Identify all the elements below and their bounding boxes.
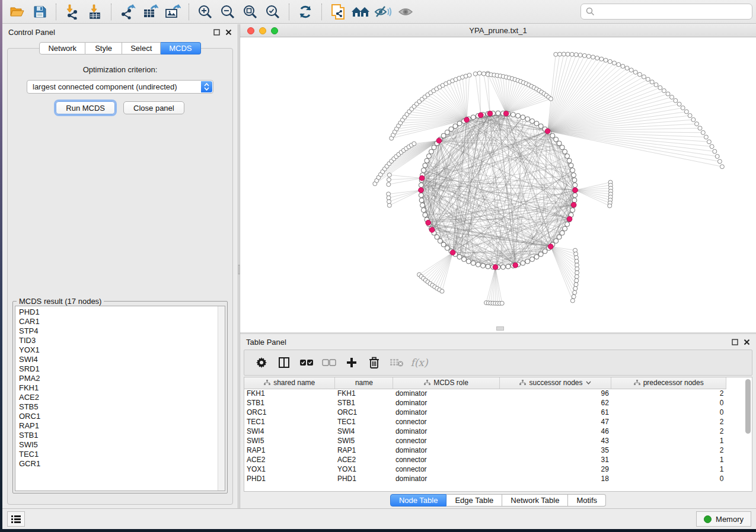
table-row-SWI4[interactable]: SWI4SWI4dominator462 [244, 427, 726, 436]
zoom-fit-button[interactable] [239, 2, 261, 22]
mcds-node[interactable] [436, 138, 442, 143]
search-input[interactable] [598, 7, 747, 16]
cell-name[interactable]: RAP1 [335, 446, 393, 455]
mcds-result-item[interactable]: STB1 [19, 431, 225, 440]
mcds-result-list[interactable]: PHD1CAR1STP4TID3YOX1SWI4SRD1PMA2FKH1ACE2… [15, 306, 225, 491]
cell-mcds_role[interactable]: dominator [393, 408, 499, 417]
cell-successor_nodes[interactable]: 29 [499, 464, 611, 474]
table-row-STB1[interactable]: STB1STB1dominator620 [244, 398, 726, 408]
cell-predecessor_nodes[interactable]: 2 [611, 389, 726, 398]
cell-name[interactable]: ORC1 [335, 408, 393, 417]
mcds-result-item[interactable]: TEC1 [19, 450, 225, 459]
cell-predecessor_nodes[interactable]: 1 [611, 455, 726, 464]
run-mcds-button[interactable]: Run MCDS [56, 101, 115, 114]
mcds-node[interactable] [487, 111, 493, 116]
cell-predecessor_nodes[interactable]: 0 [611, 474, 726, 483]
mcds-node[interactable] [567, 216, 572, 222]
mcds-result-item[interactable]: CAR1 [19, 317, 225, 326]
mcds-result-item[interactable]: STP4 [19, 326, 225, 336]
mcds-result-item[interactable]: GCR1 [19, 459, 225, 469]
cell-name[interactable]: PHD1 [335, 474, 393, 483]
cell-shared_name[interactable]: SWI5 [244, 436, 335, 446]
mcds-node[interactable] [503, 111, 509, 116]
mcds-node[interactable] [426, 220, 431, 226]
cell-shared_name[interactable]: RAP1 [244, 446, 335, 455]
close-panel-button[interactable]: Close panel [123, 101, 184, 114]
column-header-predecessor-nodes[interactable]: predecessor nodes [611, 377, 726, 389]
mcds-result-item[interactable]: STB5 [19, 402, 225, 412]
mcds-result-item[interactable]: YOX1 [19, 345, 225, 355]
canvas-grip[interactable] [496, 326, 504, 331]
cell-shared_name[interactable]: TEC1 [244, 417, 335, 427]
export-image-button[interactable] [161, 2, 184, 22]
show-selected-button[interactable] [394, 2, 417, 22]
cell-shared_name[interactable]: PHD1 [244, 474, 335, 483]
table-row-FKH1[interactable]: FKH1FKH1dominator962 [244, 389, 726, 398]
show-all-networks-button[interactable] [349, 2, 372, 22]
tab-style[interactable]: Style [85, 42, 122, 55]
mcds-result-item[interactable]: PHD1 [19, 307, 225, 317]
tab-network-table[interactable]: Network Table [502, 494, 568, 507]
network-canvas[interactable] [240, 37, 756, 332]
open-file-button[interactable] [6, 2, 28, 22]
column-header-name[interactable]: name [335, 377, 393, 389]
mcds-result-item[interactable]: FKH1 [19, 383, 225, 393]
import-table-button[interactable] [84, 2, 106, 22]
optimization-criterion-select[interactable]: largest connected component (undirected) [27, 80, 213, 94]
tab-motifs[interactable]: Motifs [568, 494, 606, 507]
table-row-RAP1[interactable]: RAP1RAP1dominator352 [244, 446, 726, 455]
cell-name[interactable]: ACE2 [335, 455, 393, 464]
cell-successor_nodes[interactable]: 96 [499, 389, 611, 398]
tab-select[interactable]: Select [122, 42, 161, 55]
mcds-result-item[interactable]: SWI4 [19, 355, 225, 364]
cell-successor_nodes[interactable]: 43 [499, 436, 611, 446]
table-row-SWI5[interactable]: SWI5SWI5connector431 [244, 436, 726, 446]
cell-predecessor_nodes[interactable]: 2 [611, 427, 726, 436]
memory-button[interactable]: Memory [696, 511, 751, 527]
function-builder-button[interactable]: f(x) [408, 352, 430, 373]
mcds-result-item[interactable]: PMA2 [19, 374, 225, 383]
cell-shared_name[interactable]: STB1 [244, 398, 335, 408]
tab-network[interactable]: Network [39, 42, 85, 55]
table-row-TEC1[interactable]: TEC1TEC1connector472 [244, 417, 726, 427]
mcds-node[interactable] [429, 227, 435, 233]
mcds-node[interactable] [571, 202, 576, 207]
search-box[interactable] [580, 4, 752, 20]
mcds-result-item[interactable]: SRD1 [19, 364, 225, 374]
cell-successor_nodes[interactable]: 31 [499, 455, 611, 464]
cell-successor_nodes[interactable]: 62 [499, 398, 611, 408]
cell-mcds_role[interactable]: connector [393, 455, 499, 464]
mcds-node[interactable] [464, 117, 470, 123]
export-table-button[interactable] [139, 2, 161, 22]
close-panel-icon[interactable] [744, 339, 750, 345]
import-network-button[interactable] [61, 2, 84, 22]
column-chooser-button[interactable] [273, 352, 295, 373]
select-all-button[interactable] [295, 352, 318, 373]
mcds-list-scrollbar[interactable] [218, 306, 225, 491]
cell-successor_nodes[interactable]: 35 [499, 446, 611, 455]
mcds-node[interactable] [450, 250, 455, 255]
refresh-view-button[interactable] [294, 2, 317, 22]
table-row-ORC1[interactable]: ORC1ORC1dominator610 [244, 408, 726, 417]
tab-mcds[interactable]: MCDS [161, 42, 200, 55]
mcds-node[interactable] [419, 175, 425, 181]
add-column-button[interactable] [340, 352, 363, 373]
mcds-result-item[interactable]: TID3 [19, 336, 225, 345]
tab-node-table[interactable]: Node Table [390, 494, 447, 507]
mcds-node[interactable] [573, 188, 578, 193]
save-session-button[interactable] [28, 2, 51, 22]
cell-mcds_role[interactable]: dominator [393, 398, 499, 408]
cell-name[interactable]: YOX1 [335, 464, 393, 474]
delete-table-button[interactable] [385, 352, 408, 373]
hide-selected-button[interactable] [372, 2, 394, 22]
delete-column-button[interactable] [363, 352, 385, 373]
column-header-shared-name[interactable]: shared name [244, 377, 335, 389]
table-row-YOX1[interactable]: YOX1YOX1connector291 [244, 464, 726, 474]
cell-successor_nodes[interactable]: 61 [499, 408, 611, 417]
cell-predecessor_nodes[interactable]: 1 [611, 436, 726, 446]
table-row-ACE2[interactable]: ACE2ACE2connector311 [244, 455, 726, 464]
mcds-node[interactable] [493, 265, 498, 270]
mcds-node[interactable] [419, 188, 424, 193]
table-settings-button[interactable] [250, 352, 273, 373]
task-history-button[interactable] [7, 511, 25, 527]
